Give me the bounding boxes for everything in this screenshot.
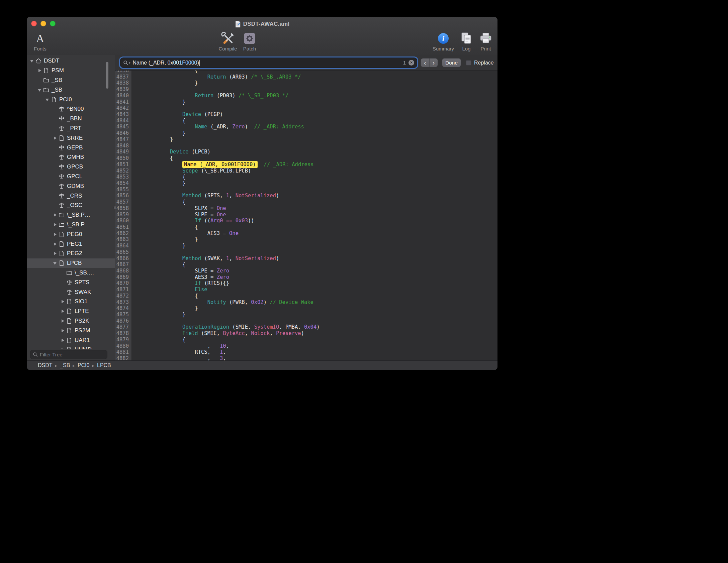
disclosure-closed-icon[interactable]: [60, 338, 66, 343]
code-line-4877[interactable]: 4877 OperationRegion (SMIE, SystemIO, PM…: [115, 324, 497, 330]
sidebar-item-sb[interactable]: \_SB.…: [27, 268, 115, 278]
filter-tree-input[interactable]: Filter Tree: [30, 350, 107, 359]
code-line-4866[interactable]: 4866 Method (SWAK, 1, NotSerialized): [115, 255, 497, 262]
code-line-4856[interactable]: 4856 Method (SPTS, 1, NotSerialized): [115, 193, 497, 199]
code-line-4842[interactable]: 4842: [115, 105, 497, 111]
code-line-4876[interactable]: 4876: [115, 318, 497, 324]
code-line-4849[interactable]: 4849 Device (LPCB): [115, 149, 497, 155]
disclosure-closed-icon[interactable]: [53, 251, 58, 256]
code-line-4871[interactable]: 4871 Else: [115, 287, 497, 293]
code-line-4853[interactable]: 4853 {: [115, 174, 497, 180]
find-next-button[interactable]: ›: [429, 59, 438, 67]
code-line-4852[interactable]: 4852 Scope (\_SB.PCI0.LPCB): [115, 168, 497, 174]
sidebar-item-pci0[interactable]: PCI0: [27, 95, 115, 104]
breadcrumb-item-pci0[interactable]: PCI0: [78, 362, 90, 368]
sidebar-item-prt[interactable]: _PRT: [27, 124, 115, 133]
sidebar-item-sb[interactable]: _SB: [27, 76, 115, 85]
sidebar-item-ps2k[interactable]: PS2K: [27, 316, 115, 326]
code-line-4839[interactable]: 4839: [115, 86, 497, 93]
code-line-4872[interactable]: 4872 {: [115, 293, 497, 299]
disclosure-closed-icon[interactable]: [53, 232, 58, 237]
titlebar[interactable]: DSDT-AWAC.aml: [27, 17, 497, 31]
disclosure-open-icon[interactable]: [53, 260, 58, 266]
sidebar-item-sbp[interactable]: \_SB.P…: [27, 210, 115, 220]
code-line-4847[interactable]: 4847 }: [115, 136, 497, 143]
sidebar-item-gpcb[interactable]: GPCB: [27, 162, 115, 172]
code-line-4870[interactable]: 4870 If (RTCS){}: [115, 280, 497, 287]
sidebar-item-peg0[interactable]: PEG0: [27, 229, 115, 239]
code-line-4838[interactable]: 4838 }: [115, 80, 497, 86]
code-line-4869[interactable]: 4869 AES3 = Zero: [115, 274, 497, 280]
disclosure-open-icon[interactable]: [45, 97, 51, 102]
search-input[interactable]: ▾ Name (_ADR, 0x001F0000) 1 ×: [120, 58, 417, 68]
code-line-4854[interactable]: 4854 }: [115, 180, 497, 187]
code-line-4882[interactable]: 4882 , 3,: [115, 355, 497, 360]
sidebar-item-lpte[interactable]: LPTE: [27, 307, 115, 316]
disclosure-closed-icon[interactable]: [53, 135, 58, 141]
code-line-4848[interactable]: 4848: [115, 143, 497, 149]
code-line-4845[interactable]: 4845 Name (_ADR, Zero) // _ADR: Address: [115, 124, 497, 130]
code-line-4859[interactable]: 4859 SLPE = One: [115, 212, 497, 218]
sidebar-item-gepb[interactable]: GEPB: [27, 143, 115, 152]
code-line-4836[interactable]: 4836 {: [115, 71, 497, 74]
sidebar-item-sb[interactable]: _SB: [27, 85, 115, 95]
sidebar-item-srre[interactable]: SRRE: [27, 133, 115, 143]
replace-checkbox[interactable]: [466, 60, 471, 66]
sidebar-item-peg1[interactable]: PEG1: [27, 239, 115, 249]
code-line-4851[interactable]: 4851 Name (_ADR, 0x001F0000) // _ADR: Ad…: [115, 161, 497, 168]
sidebar-item-uar1[interactable]: UAR1: [27, 335, 115, 345]
code-line-4857[interactable]: 4857 {: [115, 199, 497, 205]
code-line-4850[interactable]: 4850 {: [115, 155, 497, 161]
sidebar-item-spts[interactable]: SPTS: [27, 277, 115, 287]
print-button[interactable]: Print: [472, 31, 497, 53]
sidebar-item-sbp[interactable]: \_SB.P…: [27, 220, 115, 230]
patch-button[interactable]: Patch: [236, 31, 263, 53]
sidebar-item-swak[interactable]: SWAK: [27, 287, 115, 297]
code-line-4837[interactable]: 4837 Return (AR03) /* \_SB_.AR03 */: [115, 74, 497, 80]
code-line-4841[interactable]: 4841 }: [115, 99, 497, 105]
code-editor[interactable]: 4836 {4837 Return (AR03) /* \_SB_.AR03 *…: [115, 71, 497, 360]
code-line-4843[interactable]: 4843 Device (PEGP): [115, 111, 497, 118]
sidebar-item-ps2m[interactable]: PS2M: [27, 326, 115, 335]
disclosure-open-icon[interactable]: [29, 58, 35, 64]
code-line-4868[interactable]: 4868 SLPE = Zero: [115, 268, 497, 274]
sidebar-item-lpcb[interactable]: LPCB: [27, 258, 115, 268]
search-icon[interactable]: ▾: [123, 60, 130, 66]
code-line-4863[interactable]: 4863 }: [115, 236, 497, 243]
breadcrumb-item-lpcb[interactable]: LPCB: [97, 362, 111, 368]
sidebar-item-osc[interactable]: _OSC: [27, 201, 115, 210]
close-window-button[interactable]: [31, 21, 37, 26]
code-line-4880[interactable]: 4880 , 10,: [115, 343, 497, 349]
code-line-4879[interactable]: 4879 {: [115, 337, 497, 343]
code-line-4867[interactable]: 4867 {: [115, 261, 497, 268]
code-line-4864[interactable]: 4864 }: [115, 243, 497, 249]
disclosure-closed-icon[interactable]: [53, 212, 58, 218]
code-line-4874[interactable]: 4874 }: [115, 305, 497, 312]
sidebar-item-gpcl[interactable]: GPCL: [27, 172, 115, 182]
zoom-window-button[interactable]: [50, 21, 56, 26]
disclosure-closed-icon[interactable]: [60, 328, 66, 333]
sidebar-item-peg2[interactable]: PEG2: [27, 249, 115, 258]
breadcrumb-item-sb[interactable]: _SB: [60, 362, 70, 368]
sidebar-scrollbar[interactable]: [106, 62, 108, 89]
code-line-4855[interactable]: 4855: [115, 187, 497, 193]
splitter-handle[interactable]: [113, 206, 117, 209]
code-line-4865[interactable]: 4865: [115, 249, 497, 255]
code-line-4881[interactable]: 4881 RTCS, 1,: [115, 349, 497, 355]
disclosure-closed-icon[interactable]: [53, 241, 58, 247]
done-button[interactable]: Done: [442, 58, 461, 67]
code-line-4846[interactable]: 4846 }: [115, 130, 497, 136]
breadcrumb-item-dsdt[interactable]: DSDT: [38, 362, 53, 368]
sidebar-item-gdmb[interactable]: GDMB: [27, 181, 115, 191]
summary-button[interactable]: i Summary: [430, 31, 457, 53]
sidebar-item-bbn[interactable]: _BBN: [27, 114, 115, 124]
code-line-4875[interactable]: 4875 }: [115, 312, 497, 318]
code-line-4844[interactable]: 4844 {: [115, 118, 497, 124]
sidebar-item-bn00[interactable]: ^BN00: [27, 104, 115, 114]
code-line-4840[interactable]: 4840 Return (PD03) /* \_SB_.PD03 */: [115, 93, 497, 99]
minimize-window-button[interactable]: [40, 21, 46, 26]
sidebar-item-dsdt[interactable]: DSDT: [27, 56, 115, 66]
code-line-4878[interactable]: 4878 Field (SMIE, ByteAcc, NoLock, Prese…: [115, 330, 497, 337]
fonts-button[interactable]: A Fonts: [27, 31, 54, 53]
disclosure-closed-icon[interactable]: [53, 222, 58, 227]
